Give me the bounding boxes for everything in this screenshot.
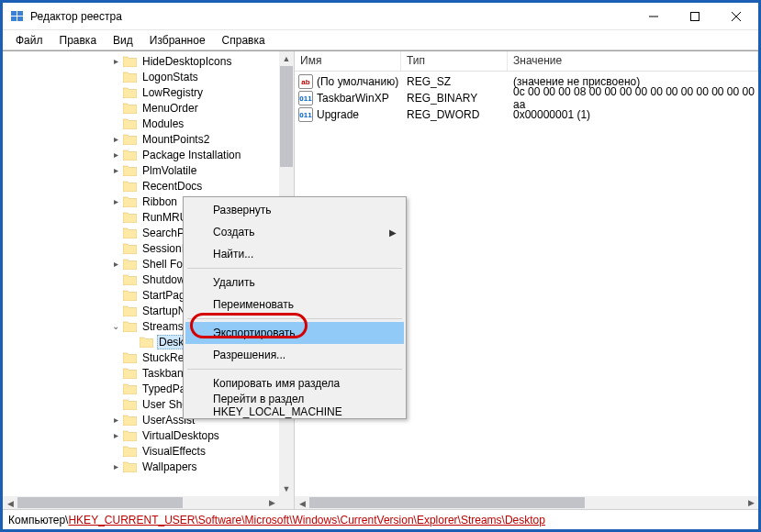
- tree-item-label: RecentDocs: [140, 180, 204, 193]
- ctx-separator: [187, 268, 402, 269]
- menu-help[interactable]: Справка: [215, 32, 273, 49]
- titlebar: Редактор реестра: [3, 3, 758, 30]
- ctx-permissions[interactable]: Разрешения...: [185, 344, 404, 366]
- scroll-right-icon[interactable]: ▶: [264, 496, 279, 509]
- folder-icon: [123, 273, 138, 286]
- expand-icon[interactable]: ▸: [109, 196, 122, 206]
- expand-icon[interactable]: ▸: [109, 150, 122, 160]
- folder-icon: [123, 117, 138, 130]
- header-type[interactable]: Тип: [401, 51, 508, 71]
- folder-icon: [123, 398, 138, 411]
- folder-icon: [123, 86, 138, 99]
- value-type: REG_DWORD: [401, 108, 508, 121]
- menu-view[interactable]: Вид: [106, 32, 140, 49]
- close-button[interactable]: [715, 3, 756, 29]
- folder-icon: [123, 258, 138, 271]
- scroll-left-icon[interactable]: ◀: [295, 497, 309, 510]
- value-row[interactable]: 011UpgradeREG_DWORD0x00000001 (1): [295, 106, 758, 123]
- tree-item[interactable]: ▸VirtualDesktops: [3, 427, 279, 443]
- expand-icon[interactable]: ▸: [109, 430, 122, 440]
- ctx-rename[interactable]: Переименовать: [185, 294, 404, 316]
- ctx-separator: [187, 369, 402, 370]
- ctx-export[interactable]: Экспортировать: [185, 322, 404, 344]
- tree-item[interactable]: LogonStats: [3, 69, 279, 84]
- expand-icon[interactable]: ▸: [109, 56, 122, 66]
- menu-file[interactable]: Файл: [8, 32, 50, 49]
- ctx-expand[interactable]: Развернуть: [185, 199, 404, 221]
- tree-item[interactable]: MenuOrder: [3, 100, 279, 116]
- tree-item-label: Package Installation: [140, 149, 242, 161]
- folder-icon: [123, 351, 138, 364]
- svg-rect-2: [11, 17, 17, 21]
- tree-item-label: VisualEffects: [140, 445, 207, 458]
- tree-item[interactable]: ▸Wallpapers: [3, 459, 279, 474]
- ctx-copy-key-name[interactable]: Копировать имя раздела: [185, 372, 404, 394]
- ctx-find[interactable]: Найти...: [185, 243, 404, 265]
- scroll-right-icon[interactable]: ▶: [744, 496, 758, 509]
- tree-horizontal-scrollbar[interactable]: ◀ ▶: [3, 496, 279, 509]
- hscroll-thumb[interactable]: [309, 497, 585, 508]
- ctx-separator: [187, 318, 402, 319]
- minimize-button[interactable]: [632, 3, 674, 29]
- tree-item[interactable]: Modules: [3, 116, 279, 131]
- tree-item-label: LogonStats: [140, 71, 200, 83]
- folder-icon: [123, 445, 138, 458]
- menu-favorites[interactable]: Избранное: [142, 32, 213, 49]
- value-name: TaskbarWinXP: [317, 92, 389, 105]
- tree-item[interactable]: LowRegistry: [3, 84, 279, 100]
- app-icon: [10, 9, 25, 24]
- tree-item-label: Modules: [140, 117, 185, 130]
- tree-item-label: VirtualDesktops: [140, 429, 221, 442]
- svg-rect-3: [17, 17, 23, 21]
- value-data: 0x00000001 (1): [508, 108, 758, 121]
- scroll-down-icon[interactable]: ▼: [279, 482, 294, 496]
- header-name[interactable]: Имя: [295, 51, 401, 71]
- folder-icon: [123, 460, 138, 473]
- value-type: REG_BINARY: [401, 92, 508, 105]
- folder-icon: [123, 382, 138, 395]
- tree-item-label: LowRegistry: [140, 86, 205, 99]
- value-name: (По умолчанию): [317, 75, 398, 88]
- tree-item[interactable]: VisualEffects: [3, 443, 279, 459]
- folder-icon: [123, 149, 138, 161]
- value-row[interactable]: 011TaskbarWinXPREG_BINARY0c 00 00 00 08 …: [295, 90, 758, 106]
- folder-icon: [123, 180, 138, 193]
- folder-icon: [123, 305, 138, 317]
- scroll-left-icon[interactable]: ◀: [3, 497, 17, 509]
- scroll-corner: [279, 496, 294, 509]
- folder-icon: [123, 71, 138, 83]
- ctx-delete[interactable]: Удалить: [185, 272, 404, 294]
- value-data: 0c 00 00 00 08 00 00 00 00 00 00 00 00 0…: [508, 85, 758, 111]
- tree-item[interactable]: ▸PlmVolatile: [3, 162, 279, 178]
- tree-item-label: Wallpapers: [140, 460, 199, 473]
- tree-item[interactable]: ▸HideDesktopIcons: [3, 53, 279, 69]
- scroll-thumb[interactable]: [280, 66, 293, 167]
- maximize-button[interactable]: [674, 3, 715, 29]
- folder-icon: [123, 211, 138, 224]
- tree-item[interactable]: ▸MountPoints2: [3, 131, 279, 147]
- scroll-up-icon[interactable]: ▲: [279, 51, 294, 66]
- expand-icon[interactable]: ▸: [109, 461, 122, 471]
- expand-icon[interactable]: ▸: [109, 134, 122, 144]
- values-list[interactable]: ab(По умолчанию)REG_SZ(значение не присв…: [295, 72, 758, 125]
- tree-item-label: PlmVolatile: [140, 164, 198, 177]
- tree-item[interactable]: RecentDocs: [3, 178, 279, 194]
- expand-icon[interactable]: ⌄: [109, 321, 122, 331]
- tree-item[interactable]: ▸Package Installation: [3, 147, 279, 162]
- menu-edit[interactable]: Правка: [52, 32, 105, 49]
- value-type-icon: 011: [298, 91, 313, 105]
- values-horizontal-scrollbar[interactable]: ◀ ▶: [295, 496, 758, 509]
- value-name: Upgrade: [317, 108, 359, 121]
- hscroll-thumb[interactable]: [17, 497, 183, 508]
- expand-icon[interactable]: ▸: [109, 165, 122, 175]
- ctx-goto-hklm[interactable]: Перейти в раздел HKEY_LOCAL_MACHINE: [185, 394, 404, 416]
- expand-icon[interactable]: ▸: [109, 415, 122, 425]
- ctx-create[interactable]: Создать▶: [185, 221, 404, 243]
- tree-item-label: Streams: [140, 320, 185, 333]
- folder-icon: [123, 164, 138, 177]
- expand-icon[interactable]: ▸: [109, 259, 122, 269]
- menubar: Файл Правка Вид Избранное Справка: [3, 30, 758, 50]
- header-value[interactable]: Значение: [508, 51, 758, 71]
- folder-icon: [123, 320, 138, 333]
- folder-icon: [123, 242, 138, 255]
